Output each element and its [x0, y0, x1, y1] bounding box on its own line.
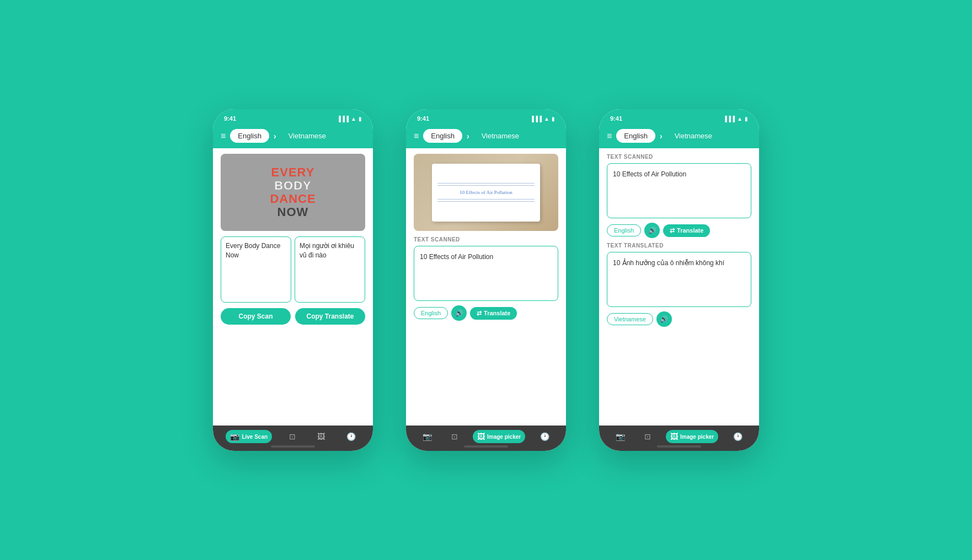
lang-pill-source-3[interactable]: English	[607, 224, 641, 236]
hamburger-icon-1[interactable]: ≡	[221, 131, 226, 141]
notch-1	[271, 109, 315, 119]
gallery-icon-1: 🖼	[317, 432, 325, 441]
nav-live-scan-1[interactable]: 📷 Live Scan	[226, 430, 272, 443]
camera-icon-3: 📷	[616, 432, 625, 441]
poster-text-1: EVERY BODY DANCE NOW	[270, 166, 316, 219]
audio-btn-source-3[interactable]: 🔊	[644, 223, 660, 238]
scan-image-1: EVERY BODY DANCE NOW	[221, 154, 365, 231]
scanned-text-box-3: 10 Effects of Air Pollution	[607, 163, 751, 218]
lang-action-row-source-3: English 🔊 ⇄ Translate	[607, 223, 751, 238]
nav-image-picker-3[interactable]: 🖼 Image picker	[666, 430, 718, 443]
translated-text-box-1: Mọi người ơi khiêu vũ đi nào	[295, 236, 365, 303]
status-time-3: 9:41	[610, 115, 622, 122]
status-icons-3: ▐▐▐ ▲ ▮	[723, 116, 748, 122]
nav-label-image-picker-3: Image picker	[680, 434, 714, 440]
arrow-icon-3: ›	[660, 132, 663, 141]
nav-scan-frame-3[interactable]: ⊡	[640, 430, 655, 443]
battery-icon-3: ▮	[745, 116, 748, 122]
content-3: TEXT SCANNED 10 Effects of Air Pollution…	[599, 148, 759, 426]
nav-history-3[interactable]: 🕐	[729, 430, 747, 443]
nav-image-picker-2[interactable]: 🖼 Image picker	[473, 430, 525, 443]
lang-pill-target-3[interactable]: Vietnamese	[607, 313, 653, 325]
translated-text-3: 10 Ảnh hưởng của ô nhiễm không khí	[613, 259, 724, 267]
home-indicator-3	[657, 445, 701, 448]
history-icon-1: 🕐	[346, 432, 356, 441]
lang-action-row-2: English 🔊 ⇄ Translate	[414, 305, 558, 321]
translate-btn-2[interactable]: ⇄ Translate	[470, 307, 517, 320]
hamburger-icon-3[interactable]: ≡	[607, 131, 612, 141]
notebook-line-4	[437, 201, 535, 202]
history-icon-2: 🕐	[540, 432, 549, 441]
scan-results-1: Every Body Dance Now Mọi người ơi khiêu …	[221, 236, 365, 303]
nav-history-2[interactable]: 🕐	[536, 430, 554, 443]
phone-3: 9:41 ▐▐▐ ▲ ▮ ≡ English › Vietnamese TEXT…	[599, 109, 759, 451]
section-label-scanned-2: TEXT SCANNED	[414, 236, 558, 243]
scan-frame-icon-1: ⊡	[289, 432, 296, 441]
scan-image-2: 10 Effects of Air Pollution	[414, 154, 558, 231]
phone-1: 9:41 ▐▐▐ ▲ ▮ ≡ English › Vietnamese EVER…	[213, 109, 373, 451]
translate-icon-2: ⇄	[477, 310, 482, 317]
poster-bg-1: EVERY BODY DANCE NOW	[221, 154, 365, 231]
gallery-icon-3: 🖼	[670, 432, 678, 441]
audio-btn-2[interactable]: 🔊	[451, 305, 467, 321]
wifi-icon-2: ▲	[544, 116, 549, 122]
scan-frame-icon-3: ⊡	[644, 432, 651, 441]
nav-gallery-1[interactable]: 🖼	[313, 430, 329, 443]
status-time-2: 9:41	[417, 115, 429, 122]
scan-frame-icon-2: ⊡	[451, 432, 458, 441]
gallery-icon-2: 🖼	[477, 432, 485, 441]
scanned-text-2: 10 Effects of Air Pollution	[420, 253, 493, 261]
notebook-lines-2: 10 Effects of Air Pollution	[437, 183, 535, 202]
translated-text-box-3: 10 Ảnh hưởng của ô nhiễm không khí	[607, 252, 751, 307]
nav-scan-frame-1[interactable]: ⊡	[285, 430, 300, 443]
translate-icon-3: ⇄	[670, 227, 675, 234]
battery-icon-2: ▮	[552, 116, 555, 122]
status-time-1: 9:41	[224, 115, 236, 122]
poster-line-1: EVERY	[270, 166, 316, 179]
scanned-text-3: 10 Effects of Air Pollution	[613, 170, 686, 178]
translate-btn-3[interactable]: ⇄ Translate	[663, 224, 710, 237]
home-indicator-1	[271, 445, 315, 448]
notebook-bg-2: 10 Effects of Air Pollution	[414, 154, 558, 231]
nav-scan-frame-2[interactable]: ⊡	[447, 430, 462, 443]
speaker-icon-source-3: 🔊	[648, 227, 656, 234]
camera-icon-1: 📷	[230, 432, 239, 441]
source-lang-btn-3[interactable]: English	[616, 129, 655, 143]
notebook-inner-2: 10 Effects of Air Pollution	[432, 164, 541, 222]
wifi-icon-1: ▲	[351, 116, 356, 122]
phone-2: 9:41 ▐▐▐ ▲ ▮ ≡ English › Vietnamese 10 E…	[406, 109, 566, 451]
battery-icon-1: ▮	[359, 116, 362, 122]
content-1: EVERY BODY DANCE NOW Every Body Dance No…	[213, 148, 373, 426]
home-indicator-2	[464, 445, 508, 448]
poster-line-2: BODY	[270, 179, 316, 192]
notebook-line-1	[437, 183, 535, 184]
history-icon-3: 🕐	[733, 432, 743, 441]
app-header-2: ≡ English › Vietnamese	[406, 126, 566, 148]
source-lang-btn-2[interactable]: English	[423, 129, 462, 143]
notebook-handwriting-2: 10 Effects of Air Pollution	[437, 190, 535, 195]
hamburger-icon-2[interactable]: ≡	[414, 131, 419, 141]
nav-camera-3[interactable]: 📷	[611, 430, 629, 443]
target-lang-btn-3[interactable]: Vietnamese	[667, 129, 720, 143]
audio-btn-target-3[interactable]: 🔊	[656, 311, 672, 327]
wifi-icon-3: ▲	[737, 116, 743, 122]
scanned-text-box-2: 10 Effects of Air Pollution	[414, 246, 558, 301]
notch-2	[464, 109, 508, 119]
nav-camera-2[interactable]: 📷	[418, 430, 436, 443]
section-label-scan-3: TEXT SCANNED	[607, 154, 751, 160]
arrow-icon-2: ›	[467, 132, 469, 141]
copy-translate-btn-1[interactable]: Copy Translate	[295, 308, 365, 325]
target-lang-btn-2[interactable]: Vietnamese	[474, 129, 527, 143]
signal-icon-1: ▐▐▐	[337, 116, 349, 122]
status-icons-2: ▐▐▐ ▲ ▮	[530, 116, 555, 122]
notch-3	[657, 109, 701, 119]
target-lang-btn-1[interactable]: Vietnamese	[281, 129, 334, 143]
nav-history-1[interactable]: 🕐	[342, 430, 360, 443]
translated-text-1: Mọi người ơi khiêu vũ đi nào	[300, 242, 354, 259]
source-lang-btn-1[interactable]: English	[230, 129, 269, 143]
speaker-icon-2: 🔊	[455, 309, 463, 317]
translate-label-3: Translate	[677, 227, 703, 234]
lang-pill-2[interactable]: English	[414, 307, 448, 319]
signal-icon-3: ▐▐▐	[723, 116, 735, 122]
copy-scan-btn-1[interactable]: Copy Scan	[221, 308, 291, 325]
